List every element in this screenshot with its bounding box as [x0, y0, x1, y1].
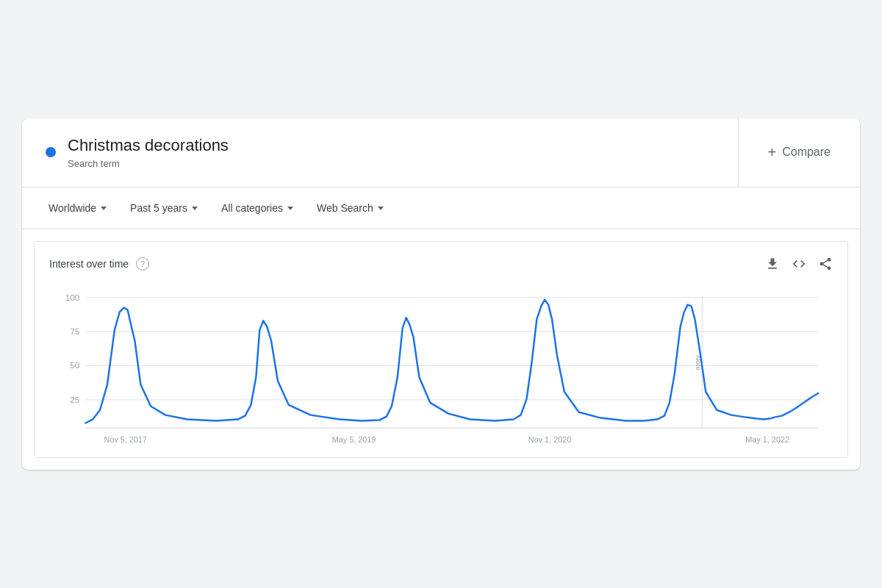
filter-location-label: Worldwide — [49, 202, 96, 214]
search-term-section: Christmas decorations Search term — [22, 118, 739, 187]
trend-line — [85, 300, 818, 423]
chevron-down-icon — [378, 207, 384, 210]
chart-title: Interest over time — [49, 258, 129, 270]
svg-text:75: 75 — [70, 326, 80, 337]
chart-container: Interest over time ? — [34, 241, 848, 458]
filter-time[interactable]: Past 5 years — [121, 196, 207, 220]
embed-button[interactable] — [792, 257, 806, 271]
search-header: Christmas decorations Search term + Comp… — [22, 118, 860, 187]
share-button[interactable] — [818, 257, 833, 271]
svg-text:May 1, 2022: May 1, 2022 — [745, 435, 789, 444]
compare-button[interactable]: + Compare — [739, 126, 861, 179]
svg-text:25: 25 — [70, 395, 80, 405]
help-icon[interactable]: ? — [136, 257, 149, 270]
filter-time-label: Past 5 years — [130, 202, 187, 214]
svg-text:May 5, 2019: May 5, 2019 — [332, 435, 376, 444]
filter-search-type[interactable]: Web Search — [308, 196, 392, 220]
search-term-title: Christmas decorations — [68, 136, 229, 155]
chart-title-area: Interest over time ? — [49, 257, 149, 270]
svg-text:50: 50 — [70, 361, 80, 371]
filters-bar: Worldwide Past 5 years All categories We… — [22, 187, 860, 229]
main-container: Christmas decorations Search term + Comp… — [22, 118, 860, 470]
term-color-indicator — [46, 147, 56, 157]
chevron-down-icon — [192, 207, 198, 210]
download-button[interactable] — [765, 257, 780, 271]
chart-header: Interest over time ? — [35, 257, 847, 283]
chevron-down-icon — [101, 207, 107, 210]
svg-text:100: 100 — [65, 293, 80, 303]
svg-text:Nov 5, 2017: Nov 5, 2017 — [104, 435, 146, 444]
plus-icon: + — [768, 144, 777, 161]
chart-actions — [765, 257, 833, 271]
chart-svg-area: 100 75 50 25 Note Nov 5, 2017 May 5, 201… — [35, 283, 847, 450]
filter-location[interactable]: Worldwide — [40, 196, 115, 220]
search-term-text: Christmas decorations Search term — [68, 136, 229, 169]
chevron-down-icon — [287, 207, 293, 210]
compare-label: Compare — [782, 146, 831, 159]
trend-chart: 100 75 50 25 Note Nov 5, 2017 May 5, 201… — [49, 283, 833, 450]
filter-category-label: All categories — [221, 202, 283, 214]
filter-search-type-label: Web Search — [317, 202, 373, 214]
search-term-subtitle: Search term — [68, 158, 229, 169]
svg-text:Nov 1, 2020: Nov 1, 2020 — [528, 435, 571, 444]
filter-category[interactable]: All categories — [212, 196, 302, 220]
